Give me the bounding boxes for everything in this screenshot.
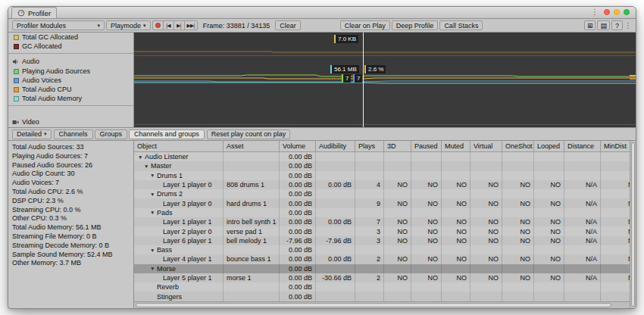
module-divider xyxy=(8,105,133,106)
record-icon xyxy=(155,23,161,28)
table-row[interactable]: Layer 5 player 1morse 10.00 dB-30.66 dB2… xyxy=(134,273,630,282)
stat-line: Audio Clip Count: 30 xyxy=(12,170,130,179)
stat-line: Sample Sound Memory: 52.4 MB xyxy=(12,251,130,260)
titlebar[interactable]: Profiler ⋮ xyxy=(8,7,636,19)
legend-item[interactable]: Playing Audio Sources xyxy=(8,67,133,76)
prev-frame-button[interactable]: |◀ xyxy=(163,20,174,30)
table-row[interactable]: ▼Drums 20.00 dB xyxy=(134,189,630,198)
cell-3d xyxy=(384,292,411,301)
playmode-dropdown[interactable]: Playmode ▾ xyxy=(106,20,151,30)
column-header-audibility[interactable]: Audibility xyxy=(316,141,355,151)
column-header-oneshot[interactable]: OneShot xyxy=(502,141,534,151)
cell-plays xyxy=(355,282,384,292)
titlebar-kebab-menu-icon[interactable]: ⋮ xyxy=(591,8,599,16)
record-button[interactable] xyxy=(152,20,164,30)
audio-module-label: Audio xyxy=(22,58,39,65)
table-row[interactable]: ▼Bass0.00 dB xyxy=(134,245,630,254)
playhead-line[interactable] xyxy=(363,33,364,127)
cell-plays: 7 xyxy=(355,217,384,226)
cell-looped xyxy=(534,208,564,217)
column-header-3d[interactable]: 3D xyxy=(384,141,411,151)
table-row[interactable]: Layer 4 player 1bounce bass 10.00 dB0.00… xyxy=(134,254,630,264)
foldout-arrow-icon[interactable]: ▼ xyxy=(150,173,157,178)
table-row[interactable]: Stingers0.00 dB xyxy=(134,292,630,301)
foldout-arrow-icon[interactable]: ▼ xyxy=(150,266,157,271)
clear-on-play-button[interactable]: Clear on Play xyxy=(340,20,390,30)
minimize-button[interactable] xyxy=(614,9,620,15)
legend-item[interactable]: GC Allocated xyxy=(8,42,133,51)
column-header-looped[interactable]: Looped xyxy=(534,141,564,151)
horizontal-scrollbar-thumb[interactable] xyxy=(136,303,611,307)
table-row[interactable]: Reverb0.00 dB xyxy=(134,282,630,292)
cell-virtual: NO xyxy=(470,180,502,189)
legend-gc-section: Total GC AllocatedGC Allocated xyxy=(8,33,133,51)
cell-paused xyxy=(411,282,442,292)
column-header-muted[interactable]: Muted xyxy=(442,141,470,151)
clear-button[interactable]: Clear xyxy=(275,20,301,30)
table-row[interactable]: Layer 2 player 0verse pad 10.00 dB3NONON… xyxy=(134,226,630,235)
audio-module-header[interactable]: Audio xyxy=(8,56,133,67)
call-stacks-button[interactable]: Call Stacks xyxy=(439,20,483,30)
object-label: Bass xyxy=(157,246,172,254)
table-row[interactable]: Layer 3 player 0hard drums 10.00 dB9NONO… xyxy=(134,198,630,207)
next-frame-button[interactable]: ▶| xyxy=(174,20,185,30)
cell-volume: 0.00 dB xyxy=(280,180,316,189)
cell-oneshot: NO xyxy=(502,180,534,189)
column-header-paused[interactable]: Paused xyxy=(411,141,442,151)
cell-volume: 0.00 dB xyxy=(280,245,316,254)
tab-channels[interactable]: Channels xyxy=(54,129,93,139)
table-row[interactable]: ▼Morse0.00 dB xyxy=(134,264,630,273)
deep-profile-button[interactable]: Deep Profile xyxy=(392,20,439,30)
legend-item[interactable]: Audio Voices xyxy=(8,76,133,85)
current-frame-button[interactable]: ▶▶| xyxy=(184,20,198,30)
foldout-arrow-icon[interactable]: ▼ xyxy=(150,192,157,197)
table-row[interactable]: ▼Drums 10.00 dB xyxy=(134,171,630,180)
column-header-distance[interactable]: Distance xyxy=(564,141,601,151)
toolbar-kebab-menu-icon[interactable]: ⋮ xyxy=(624,22,632,30)
foldout-arrow-icon[interactable]: ▼ xyxy=(150,210,157,215)
window-tab-profiler[interactable]: Profiler xyxy=(11,7,57,18)
profiler-modules-dropdown[interactable]: Profiler Modules ▾ xyxy=(12,20,105,30)
cell-paused: NO xyxy=(411,254,442,264)
cell-virtual: NO xyxy=(470,198,502,207)
foldout-arrow-icon[interactable]: ▼ xyxy=(138,154,145,160)
column-header-asset[interactable]: Asset xyxy=(224,141,280,151)
cell-asset: morse 1 xyxy=(224,273,280,282)
zoom-button[interactable] xyxy=(624,9,630,15)
tab-groups[interactable]: Groups xyxy=(95,129,128,139)
table-row[interactable]: Layer 6 player 1bell melody 1-7.96 dB-7.… xyxy=(134,236,630,245)
cell-mindist xyxy=(601,189,630,198)
help-icon[interactable]: ? xyxy=(611,20,623,30)
legend-item[interactable]: Total Audio CPU xyxy=(8,85,133,94)
legend-item[interactable]: Total GC Allocated xyxy=(8,33,133,42)
video-module-header[interactable]: Video xyxy=(8,117,133,127)
column-header-plays[interactable]: Plays xyxy=(355,141,384,151)
foldout-arrow-icon[interactable]: ▼ xyxy=(144,164,151,169)
table-row[interactable]: Layer 1 player 1intro bell synth 10.00 d… xyxy=(134,217,630,226)
foldout-arrow-icon[interactable]: ▼ xyxy=(150,248,157,253)
save-profile-icon[interactable]: ▤ xyxy=(597,20,610,30)
table-row[interactable]: Layer 1 player 0808 drums 10.00 dB0.00 d… xyxy=(134,180,630,189)
reset-play-count-button[interactable]: Reset play count on play xyxy=(207,129,291,139)
cell-3d xyxy=(384,245,411,254)
chart-area[interactable]: 7.0 KB 56.1 MB 2.6 % 7 7 xyxy=(134,33,636,127)
cell-virtual xyxy=(470,152,502,161)
object-cell: ▼Master xyxy=(134,161,224,170)
column-header-object[interactable]: Object xyxy=(134,141,224,151)
horizontal-scrollbar[interactable] xyxy=(134,301,630,308)
table-row[interactable]: ▼Master0.00 dB xyxy=(134,161,630,170)
column-header-mindist[interactable]: MinDist xyxy=(601,141,630,151)
column-header-virtual[interactable]: Virtual xyxy=(470,141,502,151)
tab-channels-and-groups[interactable]: Channels and groups xyxy=(129,129,205,139)
cell-plays: 2 xyxy=(355,254,384,264)
module-details-icon[interactable]: ⊞ xyxy=(584,20,596,30)
object-cell: ▼Audio Listener xyxy=(134,152,224,161)
close-button[interactable] xyxy=(604,9,610,15)
table-row[interactable]: ▼Pads0.00 dB xyxy=(134,208,630,217)
table-row[interactable]: ▼Audio Listener0.00 dB xyxy=(134,152,630,161)
column-header-volume[interactable]: Volume xyxy=(280,141,316,151)
detailed-view-dropdown[interactable]: Detailed ▾ xyxy=(12,129,52,139)
vertical-scrollbar-thumb[interactable] xyxy=(631,142,635,307)
vertical-scrollbar[interactable] xyxy=(630,141,636,308)
legend-item[interactable]: Total Audio Memory xyxy=(8,94,133,103)
